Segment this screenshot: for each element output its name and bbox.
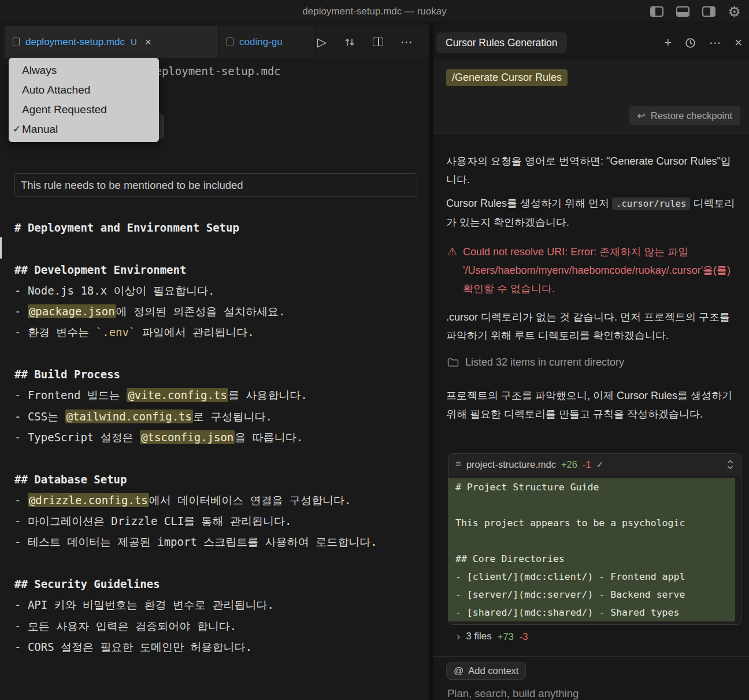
editor-content[interactable]: # Deployment and Environment Setup ## De…	[14, 217, 396, 657]
md-list-item[interactable]: - 모든 사용자 입력은 검증되어야 합니다.	[14, 616, 396, 636]
diff-added-line	[448, 496, 735, 514]
diff-added-line: - [shared/](mdc:shared/) - Shared types	[448, 604, 735, 621]
more-actions-icon[interactable]: ⋯	[401, 35, 414, 49]
md-list-item[interactable]: - @drizzle.config.ts에서 데이터베이스 연결을 구성합니다.	[14, 490, 396, 511]
settings-gear-icon[interactable]: ⚙	[728, 5, 741, 19]
file-reference[interactable]: @drizzle.config.ts	[28, 493, 149, 507]
file-reference[interactable]: @vite.config.ts	[127, 388, 228, 402]
md-blank-line[interactable]	[14, 238, 396, 259]
diff-added-line	[448, 532, 735, 550]
add-context-button[interactable]: @ Add context	[446, 662, 526, 680]
dropdown-item-always[interactable]: Always	[9, 61, 159, 80]
text: - CSS는	[14, 410, 65, 423]
error-message: ⚠ Could not resolve URI: Error: 존재하지 않는 …	[447, 243, 736, 298]
file-reference[interactable]: @package.json	[28, 304, 116, 318]
titlebar: deployment-setup.mdc — ruokay ⚙	[0, 0, 749, 23]
md-list-item[interactable]: - Node.js 18.x 이상이 필요합니다.	[14, 280, 396, 301]
text: 파일에서 관리됩니다.	[135, 326, 254, 338]
added-count: +26	[561, 459, 577, 470]
text: - API 키와 비밀번호는 환경 변수로 관리됩니다.	[14, 598, 274, 611]
text: 에 정의된 의존성을 설치하세요.	[116, 305, 285, 318]
md-list-item[interactable]: - CSS는 @tailwind.config.ts로 구성됩니다.	[14, 406, 396, 427]
text: ## Database Setup	[14, 473, 127, 486]
text: # Deployment and Environment Setup	[14, 221, 239, 234]
history-clock-icon[interactable]	[685, 38, 696, 49]
text: - TypeScript 설정은	[14, 431, 140, 444]
tab-coding-guidelines[interactable]: coding-gu	[218, 26, 314, 58]
md-list-item[interactable]: - Frontend 빌드는 @vite.config.ts를 사용합니다.	[14, 385, 396, 405]
check-icon: ✓	[596, 459, 604, 470]
tool-call-status[interactable]: Listed 32 items in current directory	[447, 356, 624, 368]
toggle-right-panel-icon[interactable]	[702, 6, 715, 17]
item-label: Agent Requested	[22, 103, 107, 116]
chevron-right-icon: ›	[457, 630, 460, 643]
item-label: Always	[22, 64, 57, 76]
toggle-bottom-panel-icon[interactable]	[676, 6, 689, 17]
md-blank-line[interactable]	[14, 553, 396, 574]
window-title: deployment-setup.mdc — ruokay	[302, 6, 446, 17]
md-list-item[interactable]: - API 키와 비밀번호는 환경 변수로 관리됩니다.	[14, 594, 396, 615]
dropdown-item-agent-requested[interactable]: Agent Requested	[9, 100, 159, 120]
user-message-section: /Generate Cursor Rules ↩ Restore checkpo…	[433, 59, 749, 134]
new-chat-icon[interactable]: +	[664, 36, 672, 49]
split-editor-icon[interactable]	[373, 38, 383, 46]
text: - Node.js 18.x 이상이 필요합니다.	[14, 284, 214, 297]
text: - CORS 설정은 필요한 도메인만 허용합니다.	[14, 641, 252, 653]
inline-code-path: .cursor/rules	[612, 198, 690, 210]
run-icon[interactable]: ▷	[317, 35, 327, 49]
text: ## Development Environment	[14, 263, 186, 276]
diff-added-line: ## Core Directories	[448, 550, 735, 568]
md-list-item[interactable]: - CORS 설정은 필요한 도메인만 허용합니다.	[14, 636, 396, 657]
edited-filename: project-structure.mdc	[466, 459, 556, 470]
restore-checkpoint-button[interactable]: ↩ Restore checkpoint	[629, 106, 741, 125]
item-label: Manual	[22, 123, 58, 135]
files-changed-summary[interactable]: › 3 files +73 -3	[457, 630, 528, 643]
md-blank-line[interactable]	[14, 448, 396, 468]
tab-label: coding-gu	[239, 36, 283, 48]
input-area-divider	[433, 656, 749, 657]
item-label: Auto Attached	[22, 84, 90, 96]
pane-resize-gutter[interactable]	[429, 23, 433, 700]
md-list-item[interactable]: - 테스트 데이터는 제공된 import 스크립트를 사용하여 로드합니다.	[14, 531, 396, 552]
inline-code: `.env`	[96, 326, 136, 338]
text: 를 사용합니다.	[228, 389, 307, 401]
md-list-item[interactable]: - 환경 변수는 `.env` 파일에서 관리됩니다.	[14, 322, 396, 342]
main-area: deployment-setup.mdc U × coding-gu ▷ ⋯ d…	[0, 23, 749, 700]
chat-input[interactable]: Plan, search, build anything	[433, 684, 749, 700]
close-icon[interactable]: ×	[145, 36, 151, 49]
chat-more-icon[interactable]: ⋯	[709, 37, 721, 49]
file-edit-card: ≡ project-structure.mdc +26 -1 ✓ # Proje…	[448, 453, 741, 625]
chat-input-placeholder: Plan, search, build anything	[447, 687, 579, 700]
file-reference[interactable]: @tsconfig.json	[140, 430, 235, 444]
chat-title-tab[interactable]: Cursor Rules Generation	[436, 32, 567, 53]
chat-close-icon[interactable]: ×	[735, 36, 742, 49]
md-list-item[interactable]: - @package.json에 정의된 의존성을 설치하세요.	[14, 301, 396, 322]
expand-collapse-icon[interactable]	[726, 460, 734, 470]
md-heading[interactable]: # Deployment and Environment Setup	[14, 217, 396, 238]
md-heading[interactable]: ## Build Process	[14, 364, 396, 385]
dropdown-item-auto-attached[interactable]: Auto Attached	[9, 80, 159, 100]
compare-changes-icon[interactable]	[344, 37, 355, 47]
tab-deployment-setup[interactable]: deployment-setup.mdc U ×	[5, 26, 218, 58]
file-reference[interactable]: @tailwind.config.ts	[65, 409, 193, 423]
check-icon: ✓	[13, 120, 21, 139]
md-heading[interactable]: ## Database Setup	[14, 469, 396, 490]
restore-label: Restore checkpoint	[651, 110, 732, 121]
md-list-item[interactable]: - 마이그레이션은 Drizzle CLI를 통해 관리됩니다.	[14, 511, 396, 531]
editor-tabbar: deployment-setup.mdc U × coding-gu ▷ ⋯	[5, 26, 429, 58]
total-added: +73	[498, 631, 514, 642]
md-heading[interactable]: ## Development Environment	[14, 259, 396, 280]
toggle-left-panel-icon[interactable]	[650, 6, 663, 17]
md-blank-line[interactable]	[14, 343, 396, 364]
assistant-paragraph-4: 프로젝트의 구조를 파악했으니, 이제 Cursor Rules를 생성하기 위…	[446, 386, 738, 423]
error-text: Could not resolve URI: Error: 존재하지 않는 파일…	[463, 243, 736, 298]
md-list-item[interactable]: - TypeScript 설정은 @tsconfig.json을 따릅니다.	[14, 427, 396, 448]
file-edit-card-header[interactable]: ≡ project-structure.mdc +26 -1 ✓	[448, 454, 741, 475]
text: - 환경 변수는	[14, 326, 96, 338]
dropdown-item-manual[interactable]: ✓ Manual	[9, 120, 159, 139]
rule-description-input[interactable]	[14, 173, 417, 197]
md-heading[interactable]: ## Security Guidelines	[14, 574, 396, 594]
text: ## Build Process	[14, 368, 120, 381]
text: ## Security Guidelines	[14, 578, 160, 590]
text: - 테스트 데이터는 제공된 import 스크립트를 사용하여 로드합니다.	[14, 535, 377, 548]
